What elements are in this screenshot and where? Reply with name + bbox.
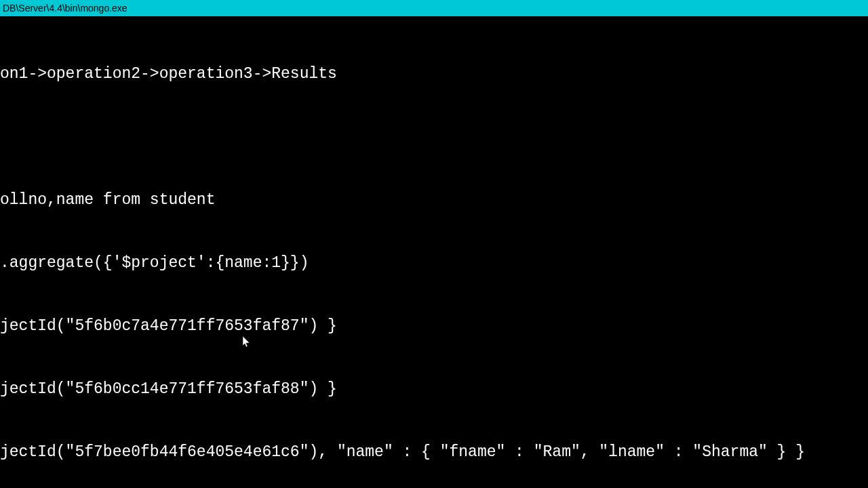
terminal-line: ollno,name from student (0, 190, 868, 211)
terminal-line: .aggregate({'$project':{name:1}}) (0, 253, 868, 274)
window-title: DB\Server\4.4\bin\mongo.exe (3, 3, 127, 14)
terminal-line: on1->operation2->operation3->Results (0, 64, 868, 85)
terminal-line: jectId("5f6b0cc14e771ff7653faf88") } (0, 379, 868, 400)
terminal-line: jectId("5f6b0c7a4e771ff7653faf87") } (0, 316, 868, 337)
terminal-line (0, 127, 868, 148)
window-title-bar: DB\Server\4.4\bin\mongo.exe (0, 0, 868, 16)
terminal-line: jectId("5f7bee0fb44f6e405e4e61c6"), "nam… (0, 442, 868, 463)
terminal-output[interactable]: on1->operation2->operation3->Results oll… (0, 16, 868, 488)
